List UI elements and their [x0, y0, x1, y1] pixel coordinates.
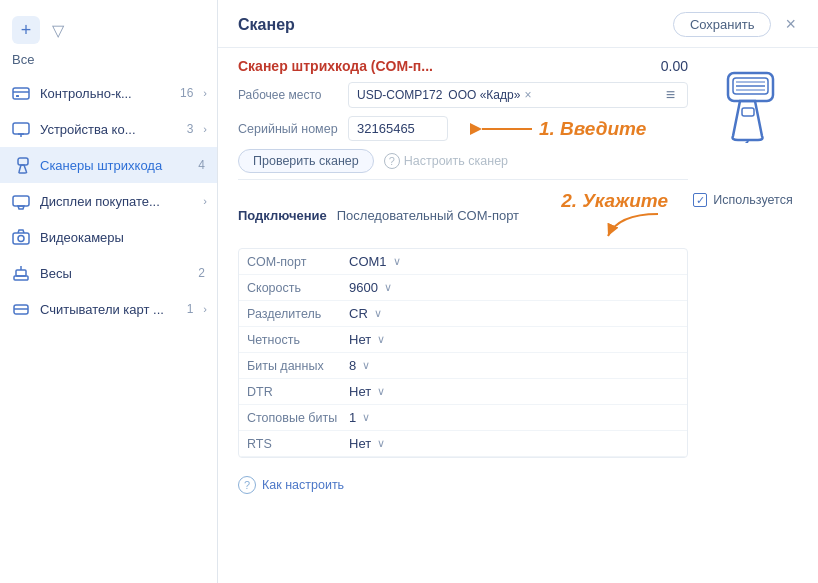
connection-type: Последовательный COM-порт — [337, 208, 519, 223]
serial-input[interactable] — [348, 116, 448, 141]
sidebar-item-scales[interactable]: Весы 2 — [0, 255, 217, 291]
used-checkbox[interactable]: ✓ — [693, 193, 707, 207]
sidebar-label-kassa: Контрольно-к... — [40, 86, 172, 101]
workplace-list-button[interactable]: ≡ — [662, 86, 679, 104]
scanner-icon — [698, 68, 788, 143]
sidebar-icon-devices — [10, 118, 32, 140]
param-value-3: Нет — [349, 332, 371, 347]
param-value-0: COM1 — [349, 254, 387, 269]
setup-scanner-button[interactable]: ? Настроить сканер — [384, 153, 508, 169]
filter-icon: ▽ — [52, 22, 64, 39]
param-select-0[interactable]: COM1 ∨ — [349, 254, 449, 269]
right-panel: ✓ Используется — [688, 58, 798, 207]
check-scanner-button[interactable]: Проверить сканер — [238, 149, 374, 173]
sidebar-top: + ▽ — [0, 8, 217, 48]
sidebar-item-displays[interactable]: Дисплеи покупате... › — [0, 183, 217, 219]
chevron-right-icon: › — [203, 123, 207, 135]
sidebar-items-container: Контрольно-к... 16 › Устройства ко... 3 … — [0, 75, 217, 327]
param-value-6: 1 — [349, 410, 356, 425]
param-select-4[interactable]: 8 ∨ — [349, 358, 449, 373]
used-label: Используется — [713, 193, 792, 207]
filter-button[interactable]: ▽ — [48, 17, 68, 44]
sidebar-label-displays: Дисплеи покупате... — [40, 194, 195, 209]
how-to-row: ? Как настроить — [218, 466, 818, 504]
save-button[interactable]: Сохранить — [673, 12, 772, 37]
param-chevron-5: ∨ — [377, 385, 385, 398]
sidebar-icon-cameras — [10, 226, 32, 248]
sidebar-label-scales: Весы — [40, 266, 190, 281]
param-label-1: Скорость — [239, 281, 349, 295]
sidebar-count-cardreaders: 1 — [187, 302, 194, 316]
param-chevron-0: ∨ — [393, 255, 401, 268]
panel-title: Сканер — [238, 16, 295, 34]
param-row-1: Скорость 9600 ∨ — [239, 275, 687, 301]
close-button[interactable]: × — [779, 12, 802, 37]
sidebar-item-devices[interactable]: Устройства ко... 3 › — [0, 111, 217, 147]
how-to-link[interactable]: Как настроить — [262, 478, 344, 492]
workplace-chip-2: ООО «Кадр» × — [448, 88, 531, 102]
param-select-1[interactable]: 9600 ∨ — [349, 280, 449, 295]
main-panel: Сканер Сохранить × Сканер штрихкода (COM… — [218, 0, 818, 583]
svg-rect-3 — [13, 123, 29, 134]
svg-rect-6 — [18, 158, 28, 165]
sidebar-label-cardreaders: Считыватели карт ... — [40, 302, 179, 317]
param-select-3[interactable]: Нет ∨ — [349, 332, 449, 347]
param-value-1: 9600 — [349, 280, 378, 295]
param-chevron-1: ∨ — [384, 281, 392, 294]
param-label-0: COM-порт — [239, 255, 349, 269]
main-header: Сканер Сохранить × — [218, 0, 818, 48]
used-row: ✓ Используется — [693, 193, 792, 207]
sidebar-item-kassa[interactable]: Контрольно-к... 16 › — [0, 75, 217, 111]
svg-rect-7 — [13, 196, 29, 206]
sidebar-item-cardreaders[interactable]: Считыватели карт ... 1 › — [0, 291, 217, 327]
workplace-chip-1: USD-COMP172 — [357, 88, 442, 102]
sidebar-icon-displays — [10, 190, 32, 212]
param-label-6: Стоповые биты — [239, 411, 349, 425]
svg-rect-2 — [16, 95, 19, 97]
sidebar-label-devices: Устройства ко... — [40, 122, 179, 137]
header-actions: Сохранить × — [673, 12, 802, 37]
sidebar-item-scanners[interactable]: Сканеры штрихкода 4 — [0, 147, 217, 183]
param-chevron-2: ∨ — [374, 307, 382, 320]
sidebar-icon-scanners — [10, 154, 32, 176]
param-select-2[interactable]: CR ∨ — [349, 306, 449, 321]
add-button[interactable]: + — [12, 16, 40, 44]
sidebar-item-cameras[interactable]: Видеокамеры — [0, 219, 217, 255]
param-row-0: COM-порт COM1 ∨ — [239, 249, 687, 275]
connection-params: COM-порт COM1 ∨ Скорость 9600 ∨ Разделит… — [238, 248, 688, 458]
param-select-5[interactable]: Нет ∨ — [349, 384, 449, 399]
param-label-7: RTS — [239, 437, 349, 451]
param-label-5: DTR — [239, 385, 349, 399]
sidebar-label-cameras: Видеокамеры — [40, 230, 207, 245]
sidebar-count-scales: 2 — [198, 266, 205, 280]
param-chevron-7: ∨ — [377, 437, 385, 450]
param-row-6: Стоповые биты 1 ∨ — [239, 405, 687, 431]
svg-rect-16 — [728, 73, 773, 101]
sidebar-icon-kassa — [10, 82, 32, 104]
serial-label: Серийный номер — [238, 122, 348, 136]
chevron-right-icon: › — [203, 195, 207, 207]
chip-close-icon[interactable]: × — [524, 88, 531, 102]
workplace-chips[interactable]: USD-COMP172 ООО «Кадр» × ≡ — [348, 82, 688, 108]
param-row-2: Разделитель CR ∨ — [239, 301, 687, 327]
connection-title: Подключение — [238, 208, 327, 223]
param-select-7[interactable]: Нет ∨ — [349, 436, 449, 451]
param-chevron-3: ∨ — [377, 333, 385, 346]
workplace-label: Рабочее место — [238, 88, 348, 102]
sidebar-icon-cardreaders — [10, 298, 32, 320]
svg-rect-8 — [13, 233, 29, 244]
device-name: Сканер штрихкода (COM-п... — [238, 58, 616, 74]
param-value-4: 8 — [349, 358, 356, 373]
help-icon-setup: ? — [384, 153, 400, 169]
svg-rect-0 — [13, 88, 29, 99]
param-label-3: Четность — [239, 333, 349, 347]
param-value-7: Нет — [349, 436, 371, 451]
param-select-6[interactable]: 1 ∨ — [349, 410, 449, 425]
svg-rect-11 — [16, 270, 26, 276]
device-value: 0.00 — [628, 58, 688, 74]
param-row-4: Биты данных 8 ∨ — [239, 353, 687, 379]
param-value-2: CR — [349, 306, 368, 321]
param-value-5: Нет — [349, 384, 371, 399]
sidebar: + ▽ Все Контрольно-к... 16 › Устройства … — [0, 0, 218, 583]
add-icon: + — [21, 20, 32, 41]
